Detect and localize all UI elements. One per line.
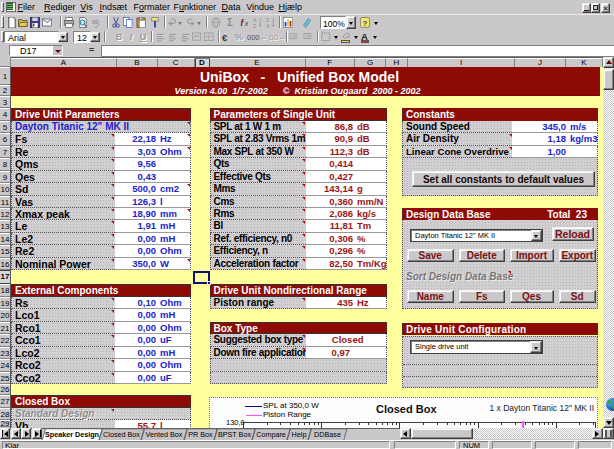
svg-text:f: f	[240, 18, 244, 28]
svg-text:BPST Box: BPST Box	[218, 430, 251, 439]
svg-text:Compare: Compare	[256, 430, 286, 439]
svg-text:x: x	[244, 20, 249, 27]
svg-text:Z: Z	[253, 23, 257, 28]
svg-text:?: ?	[363, 19, 368, 28]
svg-text:Vented Box: Vented Box	[146, 430, 183, 439]
svg-text:A: A	[266, 23, 270, 28]
svg-text:Σ: Σ	[227, 17, 233, 28]
svg-text:DDBase: DDBase	[314, 430, 341, 439]
svg-text:Help: Help	[292, 430, 307, 439]
svg-text:Speaker Design: Speaker Design	[45, 430, 99, 439]
svg-text:Closed Box: Closed Box	[103, 430, 140, 439]
svg-text:PR Box: PR Box	[188, 430, 213, 439]
svg-text:ab: ab	[92, 18, 99, 25]
